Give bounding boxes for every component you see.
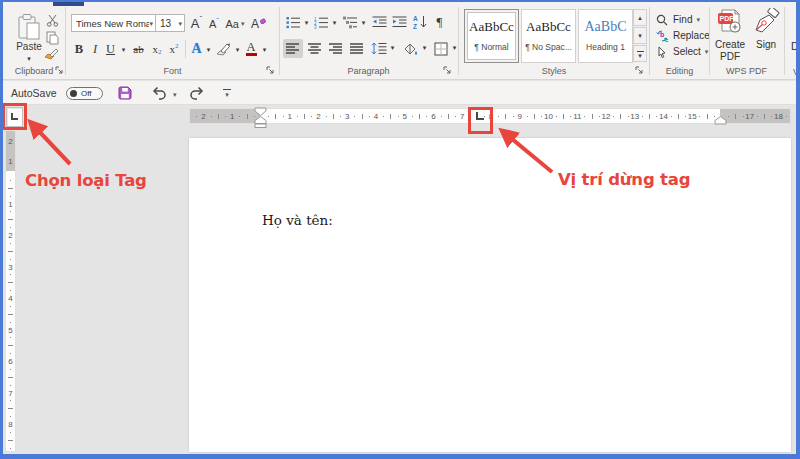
- find-button[interactable]: Find▾: [655, 12, 700, 27]
- justify-button[interactable]: [347, 39, 367, 58]
- bullets-chevron[interactable]: ▾: [302, 18, 311, 27]
- format-painter-icon: [44, 48, 59, 62]
- save-button[interactable]: [118, 81, 132, 105]
- right-indent-marker[interactable]: [714, 116, 727, 125]
- font-color-bar: [246, 53, 257, 56]
- vertical-ruler[interactable]: 2112345678: [5, 130, 16, 452]
- undo-chevron[interactable]: ▾: [173, 82, 177, 106]
- font-name-chevron[interactable]: ▾: [149, 20, 153, 27]
- sort-icon: A Z: [413, 15, 428, 29]
- font-color-button[interactable]: A: [244, 40, 258, 57]
- select-button[interactable]: Select▾: [655, 44, 708, 59]
- copy-button[interactable]: [44, 30, 60, 45]
- subscript-button[interactable]: x2: [150, 41, 164, 57]
- wps-pdf-group-label: WPS PDF: [710, 66, 783, 76]
- quick-access-toolbar: AutoSave Off ▾ ▾: [3, 81, 796, 105]
- font-name-value: Times New Roma: [76, 18, 149, 29]
- cut-button[interactable]: [44, 13, 60, 28]
- create-pdf-button[interactable]: PDF Create PDF: [712, 8, 748, 63]
- text-effects-button[interactable]: A: [189, 40, 204, 58]
- strikethrough-button[interactable]: ab: [130, 41, 147, 57]
- style-normal[interactable]: AaBbCc ¶ Normal: [464, 9, 519, 63]
- font-size-combo[interactable]: 13 ▾: [155, 14, 185, 32]
- font-color-chevron[interactable]: ▾: [260, 45, 269, 54]
- autosave-toggle[interactable]: Off: [66, 81, 103, 105]
- bold-button[interactable]: B: [72, 41, 86, 57]
- italic-button[interactable]: I: [89, 41, 101, 57]
- paste-button[interactable]: [15, 12, 43, 42]
- align-right-button[interactable]: [326, 39, 346, 58]
- highlight-chevron[interactable]: ▾: [233, 45, 242, 54]
- sign-button[interactable]: Sign: [748, 8, 784, 51]
- align-center-button[interactable]: [305, 39, 325, 58]
- format-painter-button[interactable]: [43, 47, 60, 62]
- numbering-button[interactable]: 123: [313, 14, 329, 30]
- svg-text:c: c: [665, 36, 669, 42]
- font-dialog-launcher[interactable]: [266, 66, 275, 75]
- increase-indent-icon: [392, 16, 407, 28]
- text-effects-chevron[interactable]: ▾: [204, 45, 213, 54]
- paragraph-dialog-launcher[interactable]: [443, 66, 452, 75]
- shrink-font-button[interactable]: Aˇ: [206, 15, 222, 32]
- create-pdf-icon: PDF: [716, 8, 744, 36]
- group-clipboard: Paste ▾: [3, 2, 65, 79]
- document-page[interactable]: Họ và tên:: [189, 138, 791, 452]
- align-center-icon: [308, 43, 322, 55]
- word-window: Paste ▾: [0, 0, 800, 459]
- bullets-button[interactable]: [285, 14, 301, 30]
- multilevel-list-button[interactable]: [342, 14, 359, 30]
- style-no-spacing[interactable]: AaBbCc ¶ No Spac...: [521, 9, 576, 63]
- customize-qat-button[interactable]: ▾: [223, 81, 231, 105]
- decrease-indent-button[interactable]: [371, 14, 388, 30]
- align-left-button[interactable]: [283, 39, 303, 58]
- font-size-chevron[interactable]: ▾: [178, 20, 182, 27]
- font-name-combo[interactable]: Times New Roma ▾: [71, 14, 156, 32]
- clipboard-dialog-launcher[interactable]: [55, 66, 64, 75]
- paste-dropdown-chevron[interactable]: ▾: [23, 54, 35, 62]
- group-editing: Find▾ bc Replace Select▾ Editing: [650, 2, 709, 79]
- line-spacing-chevron[interactable]: ▾: [388, 43, 397, 52]
- group-styles: AaBbCc ¶ Normal AaBbCc ¶ No Spac... AaBb…: [459, 2, 649, 79]
- multilevel-list-chevron[interactable]: ▾: [359, 18, 368, 27]
- styles-dialog-launcher[interactable]: [635, 66, 644, 75]
- shading-chevron[interactable]: ▾: [420, 43, 429, 52]
- style-normal-label: ¶ Normal: [465, 42, 518, 52]
- font-group-label: Font: [66, 66, 279, 76]
- svg-text:A: A: [413, 15, 418, 22]
- underline-chevron[interactable]: ▾: [119, 45, 128, 54]
- borders-button[interactable]: [431, 39, 450, 58]
- redo-button[interactable]: [189, 81, 205, 105]
- annotation-box-tab-selector: [2, 103, 27, 130]
- autosave-toggle-knob: [70, 90, 77, 97]
- change-case-button[interactable]: Aa▾: [224, 15, 246, 32]
- undo-button[interactable]: [151, 81, 167, 105]
- styles-more[interactable]: ▾: [633, 45, 647, 62]
- cutoff-ribbon-button: D: [791, 40, 799, 52]
- paste-icon: [16, 13, 42, 41]
- superscript-button[interactable]: x2: [167, 41, 181, 57]
- styles-group-label: Styles: [459, 66, 649, 76]
- sort-button[interactable]: A Z: [411, 14, 429, 30]
- cutoff-group-label: V: [793, 67, 799, 77]
- highlight-button[interactable]: [214, 41, 232, 57]
- autosave-state: Off: [81, 89, 92, 98]
- styles-scroll-down[interactable]: ▾: [633, 27, 647, 44]
- numbering-chevron[interactable]: ▾: [330, 18, 339, 27]
- grow-font-button[interactable]: Aˆ: [188, 14, 205, 32]
- find-icon: [656, 14, 668, 26]
- line-spacing-button[interactable]: [369, 39, 389, 58]
- hanging-indent-marker[interactable]: [254, 116, 267, 128]
- justify-icon: [350, 43, 364, 55]
- borders-icon: [434, 42, 448, 56]
- clear-formatting-button[interactable]: A: [250, 15, 268, 32]
- styles-scroll-up[interactable]: ▴: [633, 9, 647, 26]
- style-heading1[interactable]: AaBbC Heading 1: [578, 9, 633, 63]
- underline-button[interactable]: U: [104, 41, 117, 57]
- select-icon: [657, 46, 667, 58]
- replace-button[interactable]: bc Replace: [655, 28, 710, 43]
- show-marks-button[interactable]: ¶: [432, 13, 447, 30]
- increase-indent-button[interactable]: [391, 14, 408, 30]
- first-line-indent-marker[interactable]: [254, 107, 267, 116]
- shading-button[interactable]: [401, 39, 420, 58]
- save-icon: [118, 86, 132, 100]
